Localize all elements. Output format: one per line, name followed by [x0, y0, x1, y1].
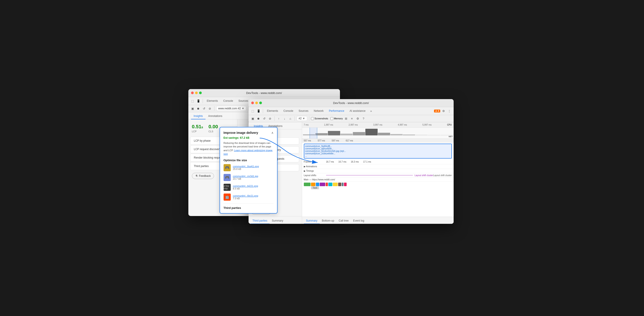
inspect-icon-front[interactable]: ⬚: [250, 108, 255, 113]
cpu-net-area: NET: [302, 128, 454, 139]
cpu-b4: [340, 134, 353, 135]
inspect-icon[interactable]: ⬚: [190, 98, 195, 103]
file-chips-area: communityIcon_9yj66cjf8... communityIcon…: [304, 144, 452, 159]
maximize-button-front[interactable]: [259, 102, 262, 104]
tb2: [311, 183, 316, 186]
net-label: NET: [449, 135, 453, 138]
popup-item-size-4: 7.0 kB: [233, 197, 274, 200]
home-icon-front[interactable]: ⌂: [288, 116, 293, 121]
tab-elements-front[interactable]: Elements: [265, 108, 280, 113]
popup-title: Improve image delivery: [224, 131, 258, 134]
popup-item-link-3[interactable]: communityl...bj221.png: [233, 185, 274, 187]
help-icon-front[interactable]: ?: [361, 116, 366, 121]
chips-more: ...: [305, 155, 450, 157]
time-2997: 2,997 ms: [349, 124, 358, 126]
traffic-lights-front[interactable]: [251, 102, 262, 104]
frame-v4: 17.1 ms: [363, 161, 371, 163]
popup-img-2: 🎮: [224, 174, 231, 181]
url-input-front[interactable]: #2 ▼: [297, 116, 307, 121]
tab-elements-back[interactable]: Elements: [205, 98, 220, 103]
reload-icon-front[interactable]: ↺: [262, 116, 267, 121]
layout-shifts-label-front: Layout shifts: [304, 174, 326, 177]
sidebar-icon-front[interactable]: ▣: [250, 116, 255, 121]
chip-4: communityIcon_2cbkzwfs6kr...: [305, 152, 450, 155]
url-input-back[interactable]: www.reddit.com #2 ▼: [216, 106, 246, 111]
popup-close-icon[interactable]: ∧: [271, 131, 274, 134]
close-button-back[interactable]: [191, 91, 194, 94]
tb7: [333, 183, 338, 186]
device-icon-front[interactable]: 📱: [256, 108, 261, 113]
lcp-value: 0.51s: [192, 124, 203, 130]
popup-item-link-1[interactable]: communityl...8oq61.png: [233, 165, 274, 168]
maximize-button-back[interactable]: [199, 91, 202, 94]
sidebar-icon-back[interactable]: ▣: [190, 106, 195, 111]
tab-console-front[interactable]: Console: [281, 108, 296, 113]
upload-icon-front[interactable]: ↑: [276, 116, 281, 121]
settings-icon-front[interactable]: ⚙: [441, 108, 446, 113]
feedback-label-back: Feedback: [199, 174, 211, 178]
cpu-b2: [316, 133, 328, 135]
popup-item-size-2: 23.7 kB: [233, 178, 274, 180]
back-window-title: DevTools - www.reddit.com/: [246, 91, 282, 95]
front-title-bar: DevTools - www.reddit.com/: [248, 99, 454, 107]
tb1: [304, 183, 310, 186]
minimize-button-front[interactable]: [255, 102, 258, 104]
tab-ai-front[interactable]: AI assistance: [347, 108, 368, 113]
memory-checkbox-front[interactable]: [330, 117, 333, 120]
throttle-icon-front[interactable]: ≡: [350, 116, 354, 121]
tab-performance-front[interactable]: Performance: [327, 108, 347, 113]
screenshots-checkbox-front[interactable]: [311, 117, 314, 120]
popup-img-3: of the loop: [224, 184, 231, 191]
front-calltree-btab[interactable]: Call tree: [336, 218, 351, 224]
cpu-b9: [403, 134, 415, 135]
anim-label-front: ▶ Animations: [304, 165, 326, 168]
memory-label-front: Memory: [334, 117, 343, 120]
front-bottom-tabs-right: Summary Bottom-up Call tree Event log: [302, 217, 454, 224]
cpu-b6: [365, 129, 378, 135]
insights-tab-back[interactable]: Insights: [191, 113, 206, 119]
cpu-b7: [378, 133, 390, 135]
chip-2: communityIcon_qqtvyeb0b...: [305, 147, 450, 150]
record-icon-front[interactable]: ⏺: [256, 116, 261, 121]
more-menu-front[interactable]: ⋮: [447, 108, 452, 113]
traffic-lights-back[interactable]: [191, 91, 202, 94]
capture-icon-front[interactable]: ⊞: [344, 116, 349, 121]
popup-item-4[interactable]: 🤖 communityl...6kr21.png 7.0 kB: [224, 194, 274, 201]
tab-console-back[interactable]: Console: [221, 98, 236, 103]
memory-check-front[interactable]: Memory: [330, 117, 343, 120]
main-label-front: Main — https://www.reddit.com/: [304, 178, 335, 181]
popup-item-2[interactable]: 🎮 communityl...mr3d1.jpg 23.7 kB: [224, 174, 274, 181]
tab-sources-front[interactable]: Sources: [296, 108, 311, 113]
front-summary-tab[interactable]: Third parties: [250, 218, 270, 224]
chip-1: communityIcon_9yj66cjf8...: [305, 145, 450, 147]
screenshots-check-front[interactable]: Screenshots: [311, 117, 328, 120]
annotations-tab-back[interactable]: Annotations: [206, 113, 225, 119]
popup-item-info-3: communityl...bj221.png 8.5 kB: [233, 185, 274, 190]
front-summary-btab[interactable]: Summary: [304, 218, 320, 224]
url-chevron-front: ▼: [302, 117, 305, 120]
front-bottomup-btab[interactable]: Bottom-up: [320, 218, 336, 224]
popup-item-1[interactable]: 🎮 communityl...8oq61.png 29.8 kB: [224, 164, 274, 171]
device-icon[interactable]: 📱: [196, 98, 201, 103]
reload-icon-back[interactable]: ↺: [202, 106, 207, 111]
more-tabs-front[interactable]: »: [369, 108, 374, 113]
close-button-front[interactable]: [251, 102, 254, 104]
minimize-button-back[interactable]: [195, 91, 198, 94]
popup-item-link-2[interactable]: communityl...mr3d1.jpg: [233, 175, 274, 178]
download-icon-front[interactable]: ↓: [282, 116, 287, 121]
front-bottom-tabs-left: Third parties Summary: [248, 216, 302, 224]
tab-network-front[interactable]: Network: [312, 108, 326, 113]
popup-img-1: 🎮: [224, 164, 231, 171]
cls-metric: 0.00 CLS: [208, 124, 218, 133]
task-chip-front: Task: [311, 186, 319, 189]
front-eventlog-btab[interactable]: Event log: [351, 218, 366, 224]
clear-icon-back[interactable]: ⊘: [208, 106, 212, 111]
record-icon-back[interactable]: ⏺: [196, 106, 201, 111]
front-summary-label[interactable]: Summary: [270, 218, 285, 224]
front-main: Insights Annotations 0 Memory LCP by pha…: [248, 122, 454, 224]
popup-item-3[interactable]: of the loop communityl...bj221.png 8.5 k…: [224, 184, 274, 191]
settings-icon-front2[interactable]: ⚙: [355, 116, 360, 121]
clear-icon-front[interactable]: ⊘: [268, 116, 272, 121]
popup-item-link-4[interactable]: communityl...6kr21.png: [233, 194, 274, 197]
feedback-button-back[interactable]: ⚗ Feedback: [192, 173, 214, 179]
